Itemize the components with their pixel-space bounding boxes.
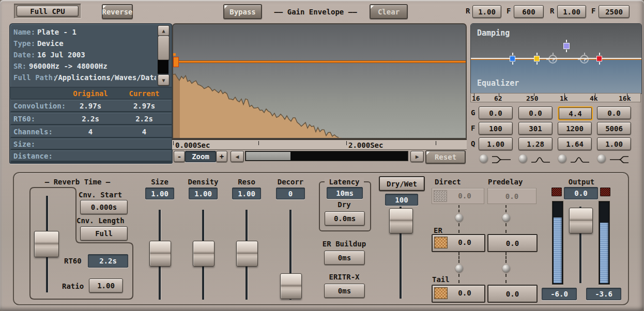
envelope-scroll-track[interactable]: [245, 151, 408, 161]
size-slider-thumb[interactable]: [149, 241, 171, 267]
dry-wet-slider-thumb[interactable]: [389, 208, 413, 234]
decorr-label: Decorr: [272, 178, 309, 186]
er-buildup-field[interactable]: 0ms: [324, 251, 365, 265]
scrollbar-thumb[interactable]: [158, 36, 170, 60]
envelope-scroll-thumb[interactable]: [246, 152, 290, 160]
field-value: 600: [522, 8, 535, 16]
eq-band4-ring-marker[interactable]: [580, 55, 589, 64]
ratio-field[interactable]: 1.00: [89, 278, 123, 293]
eq-band1-gain-field[interactable]: 0.0: [479, 106, 513, 119]
rt60-ratio-field-2[interactable]: 1.00: [557, 5, 586, 18]
eq-band3-marker[interactable]: [548, 55, 557, 64]
clear-button[interactable]: Clear: [370, 4, 408, 19]
tail-on-toggle[interactable]: [434, 287, 448, 299]
tail-row-label: Tail: [432, 275, 450, 284]
scroll-right-button[interactable]: ▶: [410, 151, 424, 162]
er-on-toggle[interactable]: [434, 237, 448, 248]
predelay-tail-routing-knob[interactable]: [502, 265, 510, 272]
eq-band1-marker[interactable]: [510, 56, 515, 61]
eq-freq-row-label: F: [471, 124, 475, 132]
eq-band1-led[interactable]: [480, 154, 488, 163]
scroll-up-button[interactable]: ▲: [158, 25, 170, 36]
routing-connector: [505, 223, 507, 233]
size-value-field[interactable]: 1.00: [145, 188, 174, 199]
eq-band3-q-field[interactable]: 1.64: [558, 137, 592, 150]
er-gain-field[interactable]: 0.0: [432, 234, 485, 252]
direct-predelay-field[interactable]: 0.0: [487, 188, 536, 204]
tail-predelay-field[interactable]: 0.0: [487, 285, 538, 303]
routing-connector: [458, 205, 459, 212]
band3-bell-filter-icon: [570, 154, 590, 165]
eq-band2-freq-field[interactable]: 301: [518, 122, 553, 135]
row-original: 2.2s: [67, 115, 114, 123]
full-cpu-button[interactable]: Full CPU: [17, 6, 79, 17]
eq-band3-gain-field-selected[interactable]: 4.4: [558, 106, 593, 120]
left-clip-led[interactable]: [551, 188, 562, 196]
dry-wet-value-field[interactable]: 100: [385, 194, 418, 206]
reset-label: Reset: [435, 153, 456, 161]
row-label: Convolution:: [13, 102, 66, 110]
dry-wet-button[interactable]: Dry/Wet: [379, 176, 425, 191]
eq-band2-gain-field[interactable]: 0.0: [518, 106, 553, 119]
reverb-time-slider-thumb[interactable]: [34, 231, 59, 257]
eq-band3-freq-field[interactable]: 1200: [558, 122, 592, 135]
envelope-node-dot[interactable]: [173, 53, 176, 56]
info-date-label: Date:: [13, 51, 35, 59]
eritrx-field[interactable]: 0ms: [324, 284, 365, 298]
reso-slider-thumb[interactable]: [236, 241, 258, 267]
damping-band3-marker[interactable]: [563, 43, 570, 49]
eq-band2-led[interactable]: [519, 154, 527, 163]
density-slider-thumb[interactable]: [193, 241, 214, 267]
reso-value-field[interactable]: 1.00: [232, 188, 261, 199]
reset-button[interactable]: Reset: [425, 150, 466, 164]
direct-on-toggle[interactable]: [434, 190, 447, 202]
zoom-out-button[interactable]: -: [174, 151, 185, 162]
cnv-start-field[interactable]: 0.000s: [80, 200, 128, 214]
eq-band1-freq-field[interactable]: 100: [479, 122, 513, 135]
density-value-field[interactable]: 1.00: [189, 188, 218, 199]
button-fold-decoration: [103, 5, 106, 9]
dry-latency-field[interactable]: 0.0ms: [325, 211, 365, 226]
envelope-start-handle[interactable]: [173, 57, 179, 67]
equalizer-area: Equalizer: [471, 60, 641, 94]
eq-band2-q-field[interactable]: 1.28: [518, 137, 553, 150]
scroll-left-button[interactable]: ◀: [231, 151, 244, 162]
eq-band4-freq-field[interactable]: 5006: [597, 122, 631, 135]
direct-gain-field[interactable]: 0.0: [432, 188, 484, 204]
field-value: 0.0: [489, 109, 502, 117]
eq-band3-led[interactable]: [558, 154, 566, 163]
bypass-button[interactable]: Bypass: [223, 4, 262, 19]
left-meter-fill: [554, 217, 562, 283]
zoom-in-button[interactable]: +: [216, 151, 227, 162]
output-slider-thumb[interactable]: [569, 208, 593, 234]
direct-er-routing-knob[interactable]: [455, 214, 463, 222]
rt60-value-field[interactable]: 2.2s: [88, 254, 128, 268]
time-tick: [346, 141, 347, 145]
reverse-label: Reverse: [102, 8, 133, 16]
output-gain-field[interactable]: 0.0: [564, 187, 598, 199]
gain-envelope-line[interactable]: [173, 60, 466, 63]
freq-field-1[interactable]: 600: [514, 5, 544, 18]
decorr-slider-thumb[interactable]: [280, 273, 302, 299]
scroll-down-button[interactable]: ▼: [158, 74, 170, 86]
cnv-length-button[interactable]: Full: [80, 226, 128, 241]
eq-band4-led[interactable]: [597, 154, 606, 163]
scrollbar-track[interactable]: [158, 60, 168, 74]
er-predelay-field[interactable]: 0.0: [487, 234, 538, 252]
latency-value-field[interactable]: 10ms: [327, 187, 363, 199]
info-path-label: Full Path:: [13, 73, 57, 82]
field-value: 1.00: [478, 8, 496, 16]
tail-gain-field[interactable]: 0.0: [432, 285, 485, 303]
direct-tail-routing-knob[interactable]: [455, 265, 463, 272]
eq-band4-q-field[interactable]: 1.00: [597, 137, 631, 150]
eq-band2-marker[interactable]: [534, 56, 540, 61]
eq-band4-gain-field[interactable]: 0.0: [597, 106, 631, 119]
reverse-button[interactable]: Reverse: [102, 4, 133, 19]
decorr-value-field[interactable]: 0: [276, 188, 305, 199]
eq-band4-marker[interactable]: [596, 56, 602, 61]
predelay-er-routing-knob[interactable]: [502, 214, 510, 222]
right-clip-led[interactable]: [600, 188, 610, 196]
rt60-ratio-field-1[interactable]: 1.00: [472, 5, 501, 18]
freq-field-2[interactable]: 2500: [599, 5, 630, 18]
eq-band1-q-field[interactable]: 1.00: [479, 137, 513, 150]
